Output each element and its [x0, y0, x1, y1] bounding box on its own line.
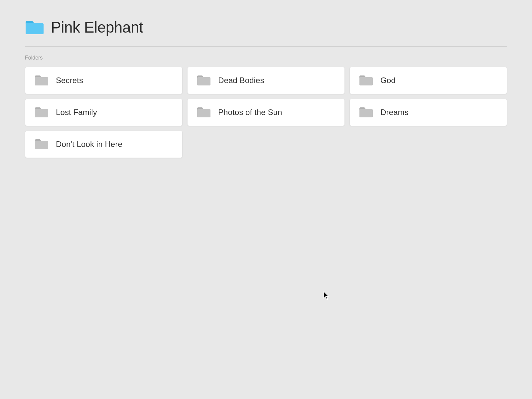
folder-item-god[interactable]: God	[349, 67, 507, 94]
folder-icon	[35, 138, 49, 150]
app-folder-icon	[25, 20, 44, 35]
folders-section-label: Folders	[25, 55, 507, 61]
folder-icon	[35, 106, 49, 118]
folder-name: Dreams	[380, 108, 409, 117]
page-title: Pink Elephant	[51, 18, 143, 36]
folder-item-secrets[interactable]: Secrets	[25, 67, 183, 94]
folder-icon	[197, 106, 211, 118]
header-divider	[25, 46, 507, 47]
main-container: Pink Elephant Folders Secrets Dead Bodie…	[0, 0, 532, 171]
folder-item-lost-family[interactable]: Lost Family	[25, 99, 183, 126]
folder-name: Don't Look in Here	[56, 140, 122, 149]
folder-name: God	[380, 76, 396, 85]
folder-name: Dead Bodies	[218, 76, 264, 85]
folder-item-photos-of-the-sun[interactable]: Photos of the Sun	[187, 99, 345, 126]
folder-item-dead-bodies[interactable]: Dead Bodies	[187, 67, 345, 94]
folder-item-dont-look-in-here[interactable]: Don't Look in Here	[25, 131, 183, 158]
folder-item-dreams[interactable]: Dreams	[349, 99, 507, 126]
header: Pink Elephant	[25, 18, 507, 36]
folders-grid: Secrets Dead Bodies God	[25, 67, 507, 158]
folder-icon	[359, 106, 373, 118]
folder-name: Secrets	[56, 76, 83, 85]
folder-name: Photos of the Sun	[218, 108, 282, 117]
folder-name: Lost Family	[56, 108, 97, 117]
mouse-cursor	[323, 291, 331, 301]
folder-icon	[197, 74, 211, 86]
folder-icon	[359, 74, 373, 86]
folder-icon	[35, 74, 49, 86]
